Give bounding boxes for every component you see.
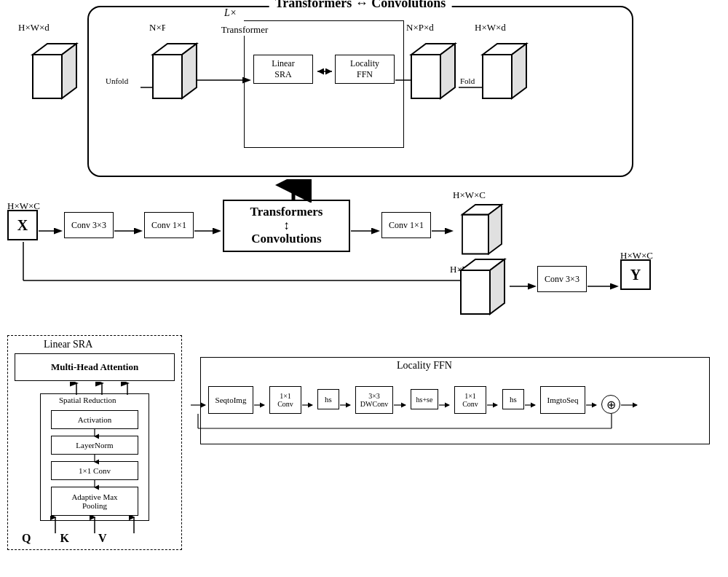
arrow-conv1x1-tc <box>194 224 225 238</box>
svg-marker-14 <box>483 55 512 98</box>
transformer-inner-box: Transformer <box>244 20 404 148</box>
arrow-x-conv3x3 <box>39 224 66 238</box>
spatial-reduction-title: Spatial Reduction <box>58 396 118 404</box>
locality-ffn-section-title: Locality FFN <box>397 360 452 372</box>
svg-marker-4 <box>153 55 182 98</box>
arrow-conv3x3-conv1x1 <box>114 224 146 238</box>
top-nxpxd-right-label: N×P×d <box>406 22 434 34</box>
top-cube-mid-left <box>142 36 200 112</box>
linear-sra-section-title: Linear SRA <box>44 339 92 350</box>
y-box: Y <box>620 259 651 290</box>
hs-se-box: hs+se <box>411 389 438 409</box>
top-hwxd-left-label: H×W×d <box>18 22 50 34</box>
imgtoseq-box: ImgtoSeq <box>540 386 585 414</box>
mid-tc-box: Transformers ↕ Convolutions <box>223 200 350 252</box>
diagram-container: Transformers ↔ Convolutions H×W×d Unfold… <box>0 0 728 577</box>
activation-box: Activation <box>51 410 138 429</box>
svg-marker-0 <box>33 55 62 98</box>
qkv-labels: Q K V <box>22 532 106 545</box>
linear-sra-inner-box: Linear SRA <box>253 55 313 84</box>
conv3x3-first: Conv 3×3 <box>64 212 114 238</box>
lx-label: L× <box>224 7 237 19</box>
seqtoimg-box: SeqtoImg <box>208 386 253 414</box>
x-box: X <box>7 210 38 240</box>
conv3x3-second: Conv 3×3 <box>537 266 587 292</box>
hs2-box: hs <box>502 389 524 409</box>
conv1x1-first: Conv 1×1 <box>144 212 194 238</box>
locality-ffn-inner-box: Locality FFN <box>335 55 395 84</box>
unfold-label: Unfold <box>106 76 128 85</box>
k-label: K <box>60 532 68 545</box>
svg-marker-29 <box>461 270 490 314</box>
v-label: V <box>98 532 107 545</box>
ffn-conv1x1-2-box: 1×1 Conv <box>454 386 486 414</box>
top-box-title: Transformers ↔ Convolutions <box>269 0 452 11</box>
layernorm-box: LayerNorm <box>51 436 138 455</box>
top-cube-right <box>472 36 530 112</box>
dwconv-box: 3×3 DWConv <box>355 386 393 414</box>
plus-circle: ⊕ <box>601 395 620 414</box>
ffn-conv1x1-box: 1×1 Conv <box>269 386 301 414</box>
top-hwxd-right-label: H×W×d <box>475 22 506 34</box>
arrow-tc-conv1x1-2 <box>351 224 384 238</box>
arrow-conv3x3-2-y <box>587 279 622 294</box>
transformer-box-title: Transformer <box>165 21 324 36</box>
hs1-box: hs <box>317 389 339 409</box>
svg-marker-23 <box>462 215 488 254</box>
arrow-cube-conv3x3-2 <box>510 279 540 294</box>
top-cube-left <box>22 36 80 112</box>
q-label: Q <box>22 532 31 545</box>
svg-marker-10 <box>411 55 440 98</box>
conv1x1-sr-box: 1×1 Conv <box>51 461 138 480</box>
top-cube-mid-right <box>400 36 459 112</box>
mid-cube-right-bottom <box>450 252 508 328</box>
adaptive-max-pooling-box: Adaptive Max Pooling <box>51 487 138 516</box>
multi-head-attention-box: Multi-Head Attention <box>15 353 175 381</box>
conv1x1-second: Conv 1×1 <box>381 212 431 238</box>
